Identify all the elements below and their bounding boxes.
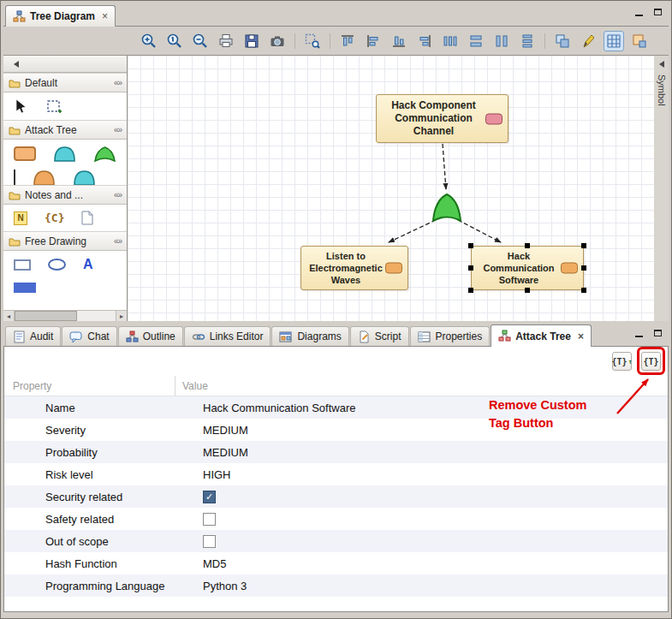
- node-listen-to-electromagnetic-waves[interactable]: Listen to Electromagnetic Waves: [300, 246, 408, 290]
- close-tab-icon[interactable]: ×: [102, 10, 108, 22]
- tab-outline[interactable]: Outline: [118, 326, 183, 346]
- palette-horizontal-scrollbar[interactable]: ◂ ▸: [3, 310, 127, 321]
- rectangle-tool[interactable]: [14, 259, 31, 271]
- section-collapse-icon[interactable]: «»: [114, 125, 122, 134]
- and-gate-tool[interactable]: [53, 146, 76, 162]
- tab-audit[interactable]: Audit: [5, 326, 61, 346]
- tab-properties[interactable]: Properties: [410, 326, 491, 346]
- expand-symbol-panel-icon[interactable]: [659, 61, 664, 68]
- property-row-severity[interactable]: Severity MEDIUM: [4, 419, 668, 441]
- scroll-right-button[interactable]: ▸: [116, 311, 127, 321]
- selection-handle[interactable]: [468, 288, 473, 293]
- section-collapse-icon[interactable]: «»: [114, 236, 122, 246]
- tab-links-editor[interactable]: Links Editor: [184, 326, 271, 346]
- selection-handle[interactable]: [581, 288, 586, 293]
- tab-script[interactable]: Script: [350, 326, 409, 346]
- zoom-out-button[interactable]: [190, 31, 211, 51]
- zoom-in-button[interactable]: [139, 31, 159, 51]
- property-value[interactable]: MEDIUM: [175, 424, 668, 437]
- scrollbar-track[interactable]: [15, 311, 116, 321]
- clipped-shape-tool[interactable]: [33, 170, 56, 186]
- property-row-programming-language[interactable]: Programming Language Python 3: [4, 574, 668, 597]
- section-collapse-icon[interactable]: «»: [114, 78, 122, 87]
- section-label: Default: [25, 77, 110, 89]
- text-tool[interactable]: A: [83, 257, 93, 272]
- tab-tree-diagram[interactable]: Tree Diagram ×: [5, 5, 116, 27]
- note-tool[interactable]: N: [14, 211, 27, 225]
- distribute-vertical-button[interactable]: [517, 31, 538, 51]
- section-collapse-icon[interactable]: «»: [114, 190, 122, 199]
- selection-handle[interactable]: [581, 265, 586, 271]
- selection-handle[interactable]: [581, 243, 586, 248]
- print-button[interactable]: [216, 31, 236, 51]
- save-button[interactable]: [241, 31, 262, 51]
- maximize-view-button[interactable]: [651, 6, 663, 18]
- blank-page-tool[interactable]: [81, 211, 94, 225]
- out-of-scope-checkbox[interactable]: ✓: [203, 535, 216, 548]
- tab-diagrams[interactable]: Diagrams: [271, 326, 348, 346]
- marquee-tool[interactable]: [46, 98, 63, 114]
- tab-chat[interactable]: Chat: [62, 326, 116, 346]
- or-gate-tool[interactable]: [93, 146, 116, 162]
- close-tab-icon[interactable]: ×: [578, 330, 584, 342]
- align-top-button[interactable]: [337, 31, 358, 51]
- snap-to-grid-button[interactable]: [629, 31, 650, 51]
- property-row-hash-function[interactable]: Hash Function MD5: [4, 552, 668, 574]
- symbol-panel-collapsed[interactable]: Symbol: [654, 56, 669, 321]
- property-row-out-of-scope[interactable]: Out of scope ✓: [4, 530, 668, 552]
- format-paint-button[interactable]: [578, 31, 598, 51]
- palette-collapse-bar[interactable]: [3, 56, 127, 73]
- align-left-button[interactable]: [363, 31, 384, 51]
- safety-related-checkbox[interactable]: ✓: [203, 513, 216, 526]
- scrollbar-thumb[interactable]: [15, 311, 77, 321]
- match-height-button[interactable]: [491, 31, 512, 51]
- property-value[interactable]: HIGH: [175, 468, 668, 481]
- or-gate-shape[interactable]: [430, 192, 464, 224]
- selection-handle[interactable]: [468, 243, 473, 248]
- property-value[interactable]: MEDIUM: [175, 446, 668, 459]
- property-row-safety-related[interactable]: Safety related ✓: [4, 508, 668, 530]
- selection-cursor-tool[interactable]: [14, 98, 29, 114]
- selection-handle[interactable]: [525, 243, 530, 248]
- filled-rectangle-tool[interactable]: [14, 283, 36, 293]
- tab-attack-tree[interactable]: Attack Tree ×: [491, 324, 592, 347]
- palette-section-default[interactable]: Default «»: [3, 73, 127, 92]
- distribute-horizontal-button[interactable]: [440, 31, 461, 51]
- align-right-button[interactable]: [414, 31, 435, 51]
- property-value[interactable]: MD5: [175, 557, 668, 570]
- match-width-button[interactable]: [466, 31, 486, 51]
- minimize-view-button[interactable]: [633, 327, 645, 339]
- same-size-button[interactable]: [552, 31, 573, 51]
- palette-section-attack-tree[interactable]: Attack Tree «»: [3, 120, 127, 140]
- diagram-canvas[interactable]: Hack Component Communication Channel Lis…: [128, 56, 654, 321]
- screenshot-button[interactable]: [267, 31, 288, 51]
- property-row-risk-level[interactable]: Risk level HIGH: [4, 463, 668, 485]
- security-related-checkbox[interactable]: ✓: [203, 491, 216, 503]
- scroll-left-button[interactable]: ◂: [3, 311, 15, 321]
- code-note-tool[interactable]: {C}: [45, 211, 64, 224]
- maximize-view-button[interactable]: [651, 327, 663, 339]
- property-value[interactable]: Hack Communication Software: [175, 402, 668, 414]
- clipped-shape-tool[interactable]: [73, 170, 96, 186]
- attack-node-tool[interactable]: [14, 146, 36, 161]
- minimize-view-button[interactable]: [633, 6, 645, 18]
- connector-tool[interactable]: [14, 170, 15, 185]
- property-value[interactable]: Python 3: [175, 580, 668, 592]
- palette-section-notes[interactable]: Notes and ... «»: [3, 185, 127, 205]
- zoom-actual-size-button[interactable]: [164, 31, 185, 51]
- zoom-selection-button[interactable]: [302, 31, 323, 51]
- palette-section-free-drawing[interactable]: Free Drawing «»: [3, 231, 127, 251]
- node-hack-communication-software[interactable]: Hack Communication Software: [471, 246, 584, 290]
- palette-items-free-drawing-overflow: [3, 278, 127, 295]
- selection-handle[interactable]: [468, 265, 473, 271]
- property-row-name[interactable]: Name Hack Communication Software: [4, 396, 668, 419]
- property-row-security-related[interactable]: Security related ✓: [4, 485, 668, 508]
- ellipse-tool[interactable]: [48, 259, 66, 271]
- toggle-grid-button[interactable]: [604, 31, 624, 51]
- selection-handle[interactable]: [525, 288, 530, 293]
- remove-custom-tag-button[interactable]: {T}: [641, 352, 661, 371]
- align-bottom-button[interactable]: [389, 31, 409, 51]
- property-row-probability[interactable]: Probability MEDIUM: [4, 441, 668, 463]
- node-hack-component-communication-channel[interactable]: Hack Component Communication Channel: [376, 94, 508, 143]
- add-custom-tag-button[interactable]: {T}↑: [612, 352, 632, 371]
